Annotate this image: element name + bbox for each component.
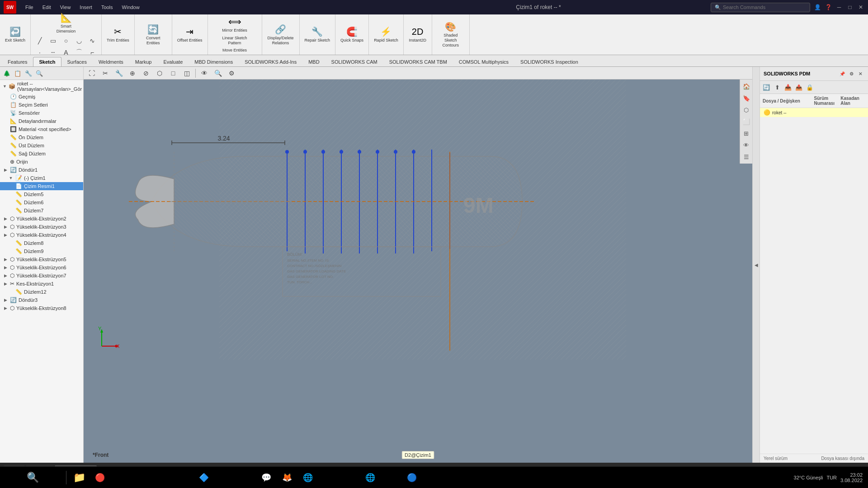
mirror-entities-button[interactable]: ⟺ Mirror Entities (220, 15, 250, 34)
vp-tool-6[interactable]: ⬡ (153, 67, 166, 79)
taskbar-solidworks[interactable]: SW (132, 468, 151, 488)
tree-item-plane7[interactable]: 📏 Düzlem7 (0, 206, 83, 215)
tree-item-drawing1[interactable]: 📄 Çizim Resmi1 (0, 182, 83, 190)
tree-item-revolve1[interactable]: ▶ 🔄 Döndür1 (0, 166, 83, 174)
rect-tool-btn[interactable]: ▭ (47, 35, 59, 47)
maximize-btn[interactable]: □ (846, 4, 854, 11)
pdm-checkin-btn[interactable]: 📥 (783, 82, 793, 92)
tree-btn-3[interactable]: 🔧 (24, 68, 33, 78)
taskbar-opera[interactable]: O (319, 468, 339, 488)
taskbar-app17[interactable]: 🔵 (402, 468, 422, 488)
tree-item-plane5[interactable]: 📏 Düzlem5 (0, 190, 83, 198)
tree-item-extrude6[interactable]: ▶ ⬡ Yükseklik-Ekstrüzyon6 (0, 263, 83, 272)
vp-tool-8[interactable]: ◫ (180, 67, 193, 79)
shaded-sketch-button[interactable]: 🎨 Shaded Sketch Contours (435, 20, 467, 49)
repair-sketch-button[interactable]: 🔧 Repair Sketch (302, 25, 333, 44)
tab-mbd[interactable]: MBD (302, 57, 325, 66)
tree-item-selection-sets[interactable]: 📋 Seçim Setleri (0, 101, 83, 109)
menu-tools[interactable]: Tools (98, 3, 117, 12)
tab-markup[interactable]: Markup (129, 57, 158, 66)
move-entities-button[interactable]: Move Entities (220, 47, 249, 54)
exit-sketch-button[interactable]: ↩️ Exit Sketch (3, 25, 28, 44)
pdm-up-btn[interactable]: ⬆ (772, 82, 782, 92)
instant2d-button[interactable]: 2D Instant2D (406, 25, 429, 44)
tab-surfaces[interactable]: Surfaces (61, 57, 93, 66)
tree-item-extrude3[interactable]: ▶ ⬡ Yükseklik-Ekstrüzyon3 (0, 223, 83, 231)
tree-item-plane6[interactable]: 📏 Düzlem6 (0, 198, 83, 206)
pdm-settings-btn[interactable]: ⚙ (847, 70, 855, 78)
start-button[interactable]: ⊞ (2, 468, 22, 488)
taskbar-ms-word[interactable]: W (152, 468, 172, 488)
vp-view-1[interactable]: 👁 (198, 67, 211, 79)
search-taskbar[interactable]: 🔍 (23, 468, 42, 488)
tab-mbd-dimensions[interactable]: MBD Dimensions (189, 57, 239, 66)
tab-sw-cam-tbm[interactable]: SOLIDWORKS CAM TBM (383, 57, 453, 66)
tree-item-details[interactable]: 📐 Detaylandırmalar (0, 117, 83, 125)
taskbar-app7[interactable]: 🔷 (194, 468, 214, 488)
strip-home[interactable]: 🏠 (741, 81, 751, 91)
tree-item-sensors[interactable]: 📡 Sensörler (0, 109, 83, 117)
tree-item-root[interactable]: ▼ 📦 roket -- (Varsayılan<Varsayılan>_Gör (0, 80, 83, 93)
search-box[interactable]: 🔍 (711, 3, 810, 12)
tree-btn-4[interactable]: 🔍 (34, 68, 44, 78)
tab-sw-cam[interactable]: SOLIDWORKS CAM (326, 57, 383, 66)
tab-sketch[interactable]: Sketch (33, 57, 61, 66)
pdm-close-btn[interactable]: ✕ (856, 70, 864, 78)
rapid-sketch-button[interactable]: ⚡ Rapid Sketch (372, 25, 401, 44)
tab-weldments[interactable]: Weldments (93, 57, 129, 66)
vp-tool-3[interactable]: 🔧 (113, 67, 125, 79)
quick-snaps-button[interactable]: 🧲 Quick Snaps (338, 25, 366, 44)
tree-item-revolve3[interactable]: ▶ 🔄 Döndür3 (0, 296, 83, 304)
display-delete-button[interactable]: 🔗 Display/Delete Relations (265, 23, 297, 47)
taskbar-app16[interactable]: 🗺 (381, 468, 401, 488)
user-icon[interactable]: 👤 (814, 4, 821, 11)
tree-item-right-plane[interactable]: 📏 Sağ Düzlem (0, 150, 83, 158)
menu-file[interactable]: File (22, 3, 37, 12)
tree-item-top-plane[interactable]: 📏 Üst Düzlem (0, 141, 83, 150)
tab-solidworks-addins[interactable]: SOLIDWORKS Add-Ins (239, 57, 302, 66)
taskbar-photoshop[interactable]: Ps (173, 468, 193, 488)
tree-item-front-plane[interactable]: 📏 Ön Düzlem (0, 133, 83, 141)
taskbar-app3[interactable]: ⚙ (111, 468, 131, 488)
vp-tool-2[interactable]: ✂ (99, 67, 112, 79)
vp-view-3[interactable]: ⚙ (225, 67, 238, 79)
pdm-refresh-btn[interactable]: 🔄 (761, 82, 771, 92)
menu-window[interactable]: Window (118, 3, 143, 12)
strip-eye[interactable]: 👁 (741, 140, 751, 150)
taskbar-files[interactable]: 📁 (69, 468, 89, 488)
convert-entities-button[interactable]: 🔄 Convert Entities (137, 23, 169, 47)
strip-grid[interactable]: ⊞ (741, 128, 751, 138)
tree-item-plane8[interactable]: 📏 Düzlem8 (0, 239, 83, 247)
tree-item-sketch1[interactable]: ▼ 📝 (-) Çizim1 (0, 174, 83, 182)
viewport[interactable]: ⛶ ✂ 🔧 ⊕ ⊘ ⬡ □ ◫ 👁 🔍 ⚙ (84, 67, 752, 463)
tree-item-plane9[interactable]: 📏 Düzlem9 (0, 247, 83, 255)
trim-entities-button[interactable]: ✂ Trim Entities (104, 25, 132, 44)
taskbar-firefox[interactable]: 🦊 (277, 468, 297, 488)
spline-tool-btn[interactable]: ∿ (86, 35, 99, 47)
tree-item-material[interactable]: 🔲 Material <not specified> (0, 125, 83, 133)
taskbar-chrome[interactable]: 🌐 (360, 468, 380, 488)
vp-tool-5[interactable]: ⊘ (140, 67, 152, 79)
tree-item-extrude2[interactable]: ▶ ⬡ Yükseklik-Ekstrüzyon2 (0, 215, 83, 223)
tree-item-origin[interactable]: ⊕ Orijin (0, 158, 83, 166)
minimize-btn[interactable]: ─ (835, 4, 843, 11)
tab-comsol[interactable]: COMSOL Multiphysics (453, 57, 514, 66)
tree-item-cut-extrude1[interactable]: ▶ ✂ Kes-Ekstrüzyon1 (0, 280, 83, 288)
circle-tool-btn[interactable]: ○ (60, 35, 72, 47)
strip-cube[interactable]: ⬜ (741, 117, 751, 127)
tab-sw-inspection[interactable]: SOLIDWORKS Inspection (514, 57, 584, 66)
close-btn[interactable]: ✕ (857, 4, 864, 11)
taskbar-app12[interactable]: 🌐 (298, 468, 318, 488)
strip-3d[interactable]: ⬡ (741, 105, 751, 115)
taskbar-discord[interactable]: 💬 (256, 468, 276, 488)
smart-dimension-button[interactable]: 📐 Smart Dimension (50, 11, 82, 35)
taskbar-app9[interactable]: ⬡ (236, 468, 255, 488)
tree-btn-2[interactable]: 📋 (13, 68, 23, 78)
tree-item-extrude7[interactable]: ▶ ⬡ Yükseklik-Ekstrüzyon7 (0, 272, 83, 280)
linear-sketch-button[interactable]: Linear Sketch Pattern (219, 34, 250, 47)
arc-tool-btn[interactable]: ◡ (73, 35, 85, 47)
task-view[interactable]: ⧉ (43, 468, 63, 488)
right-collapse-strip[interactable]: ◀ (752, 67, 760, 463)
vp-tool-4[interactable]: ⊕ (126, 67, 139, 79)
offset-entities-button[interactable]: ⇥ Offset Entities (175, 25, 205, 44)
